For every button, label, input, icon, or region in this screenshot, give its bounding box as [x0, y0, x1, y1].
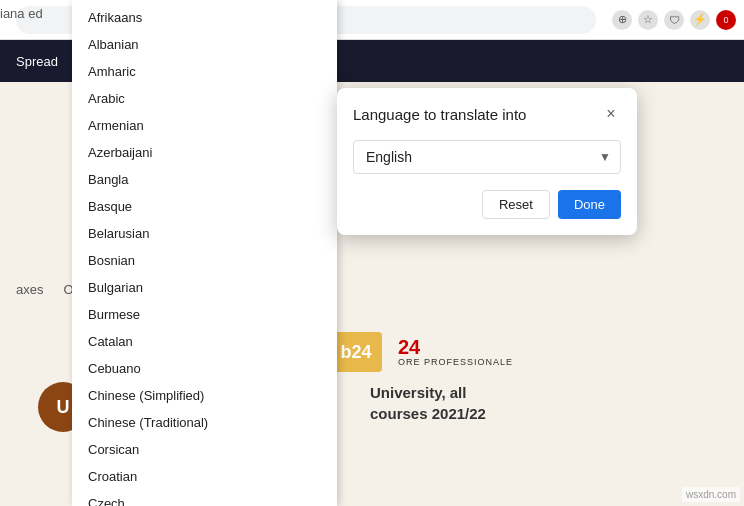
- shield-icon[interactable]: 🛡: [664, 10, 684, 30]
- watermark: wsxdn.com: [682, 487, 740, 502]
- language-list-item[interactable]: Armenian: [72, 112, 337, 139]
- language-list-item[interactable]: Amharic: [72, 58, 337, 85]
- language-list-item[interactable]: Arabic: [72, 85, 337, 112]
- dialog-close-button[interactable]: ×: [601, 104, 621, 124]
- language-list-item[interactable]: Albanian: [72, 31, 337, 58]
- dialog-header: Language to translate into ×: [353, 104, 621, 124]
- language-list-item[interactable]: Catalan: [72, 328, 337, 355]
- language-list-item[interactable]: Bulgarian: [72, 274, 337, 301]
- badge-icon[interactable]: 0: [716, 10, 736, 30]
- star-icon[interactable]: ☆: [638, 10, 658, 30]
- logo-24ore: 24 ORE PROFESSIONALE: [398, 337, 513, 367]
- language-list-item[interactable]: Croatian: [72, 463, 337, 490]
- language-list-item[interactable]: Czech: [72, 490, 337, 506]
- logo-24ore-top: 24: [398, 337, 420, 357]
- language-list-item[interactable]: Basque: [72, 193, 337, 220]
- language-list-item[interactable]: Chinese (Simplified): [72, 382, 337, 409]
- translate-dialog: Language to translate into × AfrikaansAl…: [337, 88, 637, 235]
- done-button[interactable]: Done: [558, 190, 621, 219]
- language-list-item[interactable]: Belarusian: [72, 220, 337, 247]
- logo-24ore-sub: ORE PROFESSIONALE: [398, 357, 513, 367]
- language-select[interactable]: AfrikaansAlbanianAmharicArabicArmenianAz…: [353, 140, 621, 174]
- dialog-buttons: Reset Done: [353, 190, 621, 219]
- language-list-item[interactable]: Afrikaans: [72, 4, 337, 31]
- language-list-item[interactable]: Corsican: [72, 436, 337, 463]
- logos-row: b24 24 ORE PROFESSIONALE: [330, 332, 513, 372]
- dialog-title: Language to translate into: [353, 106, 526, 123]
- language-list-item[interactable]: Bangla: [72, 166, 337, 193]
- language-options-list: AfrikaansAlbanianAmharicArabicArmenianAz…: [72, 0, 337, 506]
- spread-label: Spread: [16, 54, 58, 69]
- tab-partial-title: iana ed: [0, 6, 43, 21]
- translate-icon[interactable]: ⊕: [612, 10, 632, 30]
- language-list-item[interactable]: Azerbaijani: [72, 139, 337, 166]
- logo-b24: b24: [330, 332, 382, 372]
- language-select-wrapper: AfrikaansAlbanianAmharicArabicArmenianAz…: [353, 140, 621, 174]
- extension-icon[interactable]: ⚡: [690, 10, 710, 30]
- browser-icons-group: ⊕ ☆ 🛡 ⚡ 0: [612, 10, 736, 30]
- language-list-item[interactable]: Chinese (Traditional): [72, 409, 337, 436]
- language-list-item[interactable]: Burmese: [72, 301, 337, 328]
- language-dropdown-list[interactable]: AfrikaansAlbanianAmharicArabicArmenianAz…: [72, 0, 337, 506]
- tab-taxes[interactable]: axes: [16, 282, 43, 297]
- language-list-item[interactable]: Bosnian: [72, 247, 337, 274]
- university-text: University, all courses 2021/22: [370, 382, 486, 424]
- language-list-item[interactable]: Cebuano: [72, 355, 337, 382]
- reset-button[interactable]: Reset: [482, 190, 550, 219]
